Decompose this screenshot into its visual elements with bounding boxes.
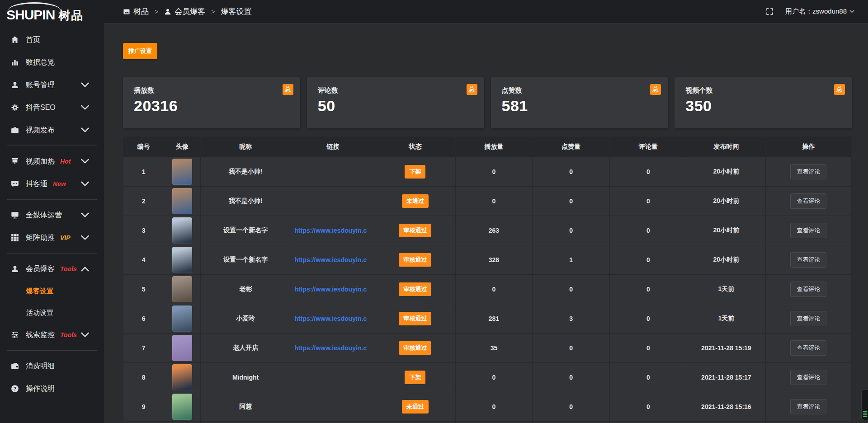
table-body: 1我不是小帅!下架00020小时前查看评论2我不是小帅!未通过00020小时前查… — [123, 157, 852, 423]
table-row — [123, 422, 852, 423]
avatar — [172, 394, 192, 420]
sidebar-item-video-heat[interactable]: 视频加热Hot — [0, 150, 104, 173]
cell-nickname: 设置一个新名字 — [200, 245, 291, 275]
sidebar-item-label: 矩阵助推 — [26, 233, 55, 243]
breadcrumb: 树品>会员爆客>爆客设置 — [123, 6, 251, 17]
cell-id: 2 — [123, 187, 164, 216]
avatar — [172, 306, 192, 332]
sidebar-item-activity-settings[interactable]: 活动设置 — [0, 302, 104, 324]
sidebar-item-tag: Tools — [60, 265, 77, 273]
sidebar-item-account-manage[interactable]: 账号管理 — [0, 74, 104, 96]
view-comments-button[interactable]: 查看评论 — [790, 370, 826, 385]
gear-icon — [11, 103, 19, 112]
breadcrumb-label: 爆客设置 — [221, 6, 251, 17]
status-badge: 未通过 — [402, 400, 429, 414]
cell-likes — [533, 422, 610, 423]
cell-comments: 0 — [610, 275, 687, 304]
floating-widget[interactable] — [861, 390, 868, 420]
stat-card-4: 视频个数350总 — [675, 77, 852, 128]
sidebar-item-doukertong[interactable]: 抖客通New — [0, 173, 104, 195]
cell-time: 20小时前 — [687, 187, 765, 216]
sidebar-item-douyin-seo[interactable]: 抖音SEO — [0, 96, 104, 119]
avatar — [172, 335, 192, 361]
breadcrumb-separator: > — [155, 8, 158, 15]
stat-value: 350 — [685, 97, 841, 115]
cell-avatar — [164, 245, 201, 275]
brand-logo[interactable]: SHUPIN 树品 — [0, 0, 104, 26]
breadcrumb-label: 树品 — [133, 6, 149, 17]
video-link[interactable]: https://www.iesdouyin.c — [291, 315, 375, 322]
view-comments-button[interactable]: 查看评论 — [790, 311, 826, 326]
sidebar-item-data-overview[interactable]: 数据总览 — [0, 51, 104, 74]
sidebar-item-member-baoke[interactable]: 会员爆客Tools — [0, 258, 104, 280]
cell-nickname: 阿慧 — [200, 392, 291, 422]
view-comments-button[interactable]: 查看评论 — [790, 282, 826, 297]
cell-action: 查看评论 — [765, 187, 851, 216]
table-row: 6小爱玲https://www.iesdouyin.c审核通过281301天前查… — [123, 304, 852, 334]
chevron-down-icon — [849, 10, 854, 13]
view-comments-button[interactable]: 查看评论 — [790, 164, 826, 179]
table-row: 9阿慧未通过0002021-11-28 15:16查看评论 — [123, 392, 852, 422]
breadcrumb-item[interactable]: 爆客设置 — [221, 6, 251, 17]
cell-plays: 0 — [455, 392, 533, 422]
sidebar-item-tag: Hot — [60, 158, 71, 165]
cell-plays: 0 — [455, 363, 533, 392]
avatar — [172, 364, 192, 390]
table-row: 4设置一个新名字https://www.iesdouyin.c审核通过32810… — [123, 245, 852, 275]
video-link[interactable]: https://www.iesdouyin.c — [291, 344, 375, 352]
user-icon — [164, 8, 171, 15]
view-comments-button[interactable]: 查看评论 — [790, 340, 826, 356]
cell-avatar — [164, 157, 201, 187]
cell-time: 2021-11-28 15:16 — [687, 392, 765, 422]
sidebar-divider — [7, 146, 97, 146]
breadcrumb-item[interactable]: 树品 — [123, 6, 149, 17]
cell-link: https://www.iesdouyin.c — [291, 245, 375, 275]
view-comments-button[interactable]: 查看评论 — [790, 223, 826, 238]
stat-total-badge: 总 — [650, 84, 661, 95]
sidebar-item-label: 视频加热 — [26, 157, 55, 166]
sidebar-item-matrix-boost[interactable]: 矩阵助推VIP — [0, 226, 104, 249]
cell-time: 1天前 — [687, 304, 765, 334]
user-menu[interactable]: 用户名：zswodun88 — [785, 7, 854, 16]
chevron-down-icon — [81, 126, 89, 134]
promo-settings-button[interactable]: 推广设置 — [123, 43, 157, 59]
cell-nickname: 老彬 — [200, 275, 291, 304]
fullscreen-icon[interactable] — [766, 8, 774, 15]
user-icon — [11, 81, 19, 89]
sidebar-item-video-publish[interactable]: 视频发布 — [0, 119, 104, 141]
column-header: 评论量 — [610, 137, 687, 157]
sidebar-item-clue-monitor[interactable]: 线索监控Tools — [0, 324, 104, 346]
sidebar-item-label: 爆客设置 — [26, 287, 53, 296]
sidebar: SHUPIN 树品 首页数据总览账号管理抖音SEO视频发布视频加热Hot抖客通N… — [0, 0, 104, 423]
sidebar-item-baoke-settings[interactable]: 爆客设置 — [0, 280, 104, 302]
sidebar-item-label: 消费明细 — [26, 362, 55, 371]
cell-avatar — [164, 304, 201, 334]
chevron-down-icon — [81, 180, 89, 188]
breadcrumb-item[interactable]: 会员爆客 — [164, 6, 205, 17]
cell-avatar — [164, 363, 201, 392]
sidebar-item-home[interactable]: 首页 — [0, 28, 104, 51]
view-comments-button[interactable]: 查看评论 — [790, 252, 826, 268]
table-header-row: 编号头像昵称链接状态播放量点赞量评论量发布时间操作 — [123, 137, 852, 157]
sidebar-item-consume-details[interactable]: 消费明细 — [0, 355, 104, 377]
status-badge: 下架 — [405, 371, 425, 384]
sidebar-item-operation-guide[interactable]: ?操作说明 — [0, 377, 104, 400]
cell-link: https://www.iesdouyin.c — [291, 216, 375, 245]
chevron-down-icon — [81, 234, 89, 242]
video-link[interactable]: https://www.iesdouyin.c — [291, 227, 375, 234]
cell-action: 查看评论 — [765, 334, 851, 363]
chevron-down-icon — [81, 103, 89, 112]
video-link[interactable]: https://www.iesdouyin.c — [291, 286, 375, 293]
cell-plays: 0 — [455, 275, 533, 304]
cell-likes: 0 — [533, 275, 610, 304]
cell-comments: 0 — [610, 334, 687, 363]
view-comments-button[interactable]: 查看评论 — [790, 399, 826, 414]
cell-likes: 0 — [533, 363, 610, 392]
sidebar-item-media-operation[interactable]: 全媒体运营 — [0, 204, 104, 226]
status-badge: 审核通过 — [399, 341, 431, 355]
video-link[interactable]: https://www.iesdouyin.c — [291, 256, 375, 263]
cell-link: https://www.iesdouyin.c — [291, 334, 375, 363]
cell-comments: 0 — [610, 392, 687, 422]
view-comments-button[interactable]: 查看评论 — [790, 193, 826, 209]
sidebar-item-label: 视频发布 — [26, 126, 55, 135]
